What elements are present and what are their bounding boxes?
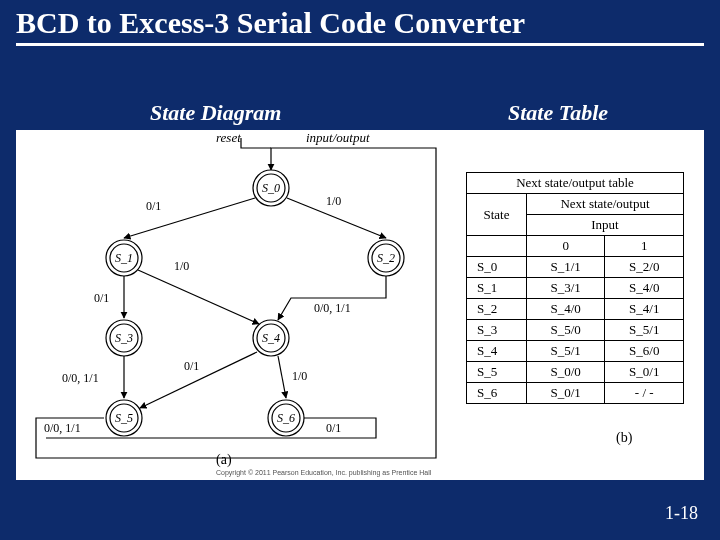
edge-s4-s6: 1/0: [292, 369, 307, 383]
table-row: S_1S_3/1S_4/0: [467, 278, 684, 299]
svg-text:S_2: S_2: [377, 251, 395, 265]
table-row: S_4S_5/1S_6/0: [467, 341, 684, 362]
edge-s5-s0: 0/0, 1/1: [44, 421, 81, 435]
col-input: Input: [526, 215, 683, 236]
edge-s3-s5: 0/0, 1/1: [62, 371, 99, 385]
copyright-text: Copyright © 2011 Pearson Education, Inc.…: [216, 469, 431, 476]
label-io: input/output: [306, 130, 370, 145]
svg-text:S_1: S_1: [115, 251, 133, 265]
table-row: S_6S_0/1- / -: [467, 383, 684, 404]
svg-text:S_3: S_3: [115, 331, 133, 345]
edge-s4-s5: 0/1: [184, 359, 199, 373]
table-row: S_2S_4/0S_4/1: [467, 299, 684, 320]
table-row: S_3S_5/0S_5/1: [467, 320, 684, 341]
table-title: Next state/output table: [467, 173, 684, 194]
svg-text:S_0: S_0: [262, 181, 280, 195]
panel-label-a: (a): [216, 452, 232, 468]
subtitle-table: State Table: [508, 100, 608, 126]
state-table: Next state/output table State Next state…: [466, 172, 684, 404]
state-diagram: reset input/output S_0 S_1 S_2 S_3 S_4 S…: [16, 130, 446, 480]
table-row: S_0S_1/1S_2/0: [467, 257, 684, 278]
svg-text:S_5: S_5: [115, 411, 133, 425]
svg-text:S_4: S_4: [262, 331, 280, 345]
edge-s0-s2: 1/0: [326, 194, 341, 208]
edge-s2-s4: 0/0, 1/1: [314, 301, 351, 315]
col-state: State: [467, 194, 527, 236]
edge-s0-s1: 0/1: [146, 199, 161, 213]
figure-panel: reset input/output S_0 S_1 S_2 S_3 S_4 S…: [16, 130, 704, 480]
table-row: S_5S_0/0S_0/1: [467, 362, 684, 383]
svg-text:S_6: S_6: [277, 411, 295, 425]
label-reset: reset: [216, 130, 241, 145]
edge-s1-s4: 1/0: [174, 259, 189, 273]
panel-label-b: (b): [616, 430, 632, 446]
slide-number: 1-18: [665, 503, 698, 524]
table-sub: Next state/output: [526, 194, 683, 215]
slide-title: BCD to Excess-3 Serial Code Converter: [16, 6, 704, 46]
edge-s1-s3: 0/1: [94, 291, 109, 305]
subtitle-diagram: State Diagram: [150, 100, 281, 126]
edge-s6-s0: 0/1: [326, 421, 341, 435]
